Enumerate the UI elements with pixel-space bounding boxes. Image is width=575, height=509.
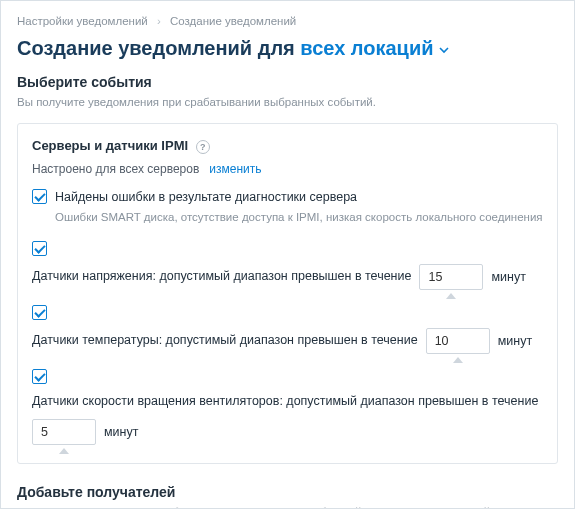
- checkbox-temperature[interactable]: [32, 305, 47, 320]
- voltage-input-wrap: [419, 264, 483, 290]
- breadcrumb-parent[interactable]: Настройки уведомлений: [17, 15, 148, 27]
- events-hint: Вы получите уведомления при срабатывании…: [17, 94, 558, 111]
- breadcrumb-current: Создание уведомлений: [170, 15, 296, 27]
- change-scope-link[interactable]: изменить: [209, 162, 261, 176]
- event-temperature: Датчики температуры: допустимый диапазон…: [32, 304, 543, 354]
- card-title-text: Серверы и датчики IPMI: [32, 138, 188, 153]
- chevron-right-icon: ›: [157, 15, 161, 27]
- temperature-input-wrap: [426, 328, 490, 354]
- page-title: Создание уведомлений для всех локаций: [17, 37, 558, 60]
- events-heading: Выберите события: [17, 74, 558, 90]
- temperature-unit: минут: [498, 334, 532, 348]
- help-icon[interactable]: ?: [196, 140, 210, 154]
- card-title: Серверы и датчики IPMI ?: [32, 138, 543, 154]
- temperature-minutes-input[interactable]: [426, 328, 490, 354]
- event-diagnostics-desc: Ошибки SMART диска, отсутствие доступа к…: [55, 209, 543, 226]
- recipients-heading: Добавьте получателей: [17, 484, 558, 500]
- event-temperature-label: Датчики температуры: допустимый диапазон…: [32, 331, 418, 350]
- card-scope: Настроено для всех серверов изменить: [32, 162, 543, 176]
- fan-unit: минут: [104, 425, 138, 439]
- scope-label: всех локаций: [300, 37, 433, 59]
- card-scope-text: Настроено для всех серверов: [32, 162, 199, 176]
- voltage-unit: минут: [491, 270, 525, 284]
- voltage-minutes-input[interactable]: [419, 264, 483, 290]
- event-fan-label: Датчики скорости вращения вентиляторов: …: [32, 392, 538, 411]
- event-voltage-label: Датчики напряжения: допустимый диапазон …: [32, 267, 411, 286]
- event-diagnostics: Найдены ошибки в результате диагностики …: [32, 188, 543, 226]
- event-fan: Датчики скорости вращения вентиляторов: …: [32, 368, 543, 445]
- fan-input-wrap: [32, 419, 96, 445]
- breadcrumb: Настройки уведомлений › Создание уведомл…: [17, 15, 558, 27]
- fan-minutes-input[interactable]: [32, 419, 96, 445]
- recipients-hint: По умолчанию уведомления будут приходить…: [17, 504, 558, 509]
- checkbox-fan[interactable]: [32, 369, 47, 384]
- checkbox-voltage[interactable]: [32, 241, 47, 256]
- chevron-down-icon: [438, 44, 450, 56]
- checkbox-diagnostics[interactable]: [32, 189, 47, 204]
- event-diagnostics-title: Найдены ошибки в результате диагностики …: [55, 190, 357, 204]
- scope-selector[interactable]: всех локаций: [300, 37, 449, 59]
- events-card: Серверы и датчики IPMI ? Настроено для в…: [17, 123, 558, 463]
- event-voltage: Датчики напряжения: допустимый диапазон …: [32, 240, 543, 290]
- event-diagnostics-label: Найдены ошибки в результате диагностики …: [55, 188, 543, 226]
- page-title-prefix: Создание уведомлений для: [17, 37, 300, 59]
